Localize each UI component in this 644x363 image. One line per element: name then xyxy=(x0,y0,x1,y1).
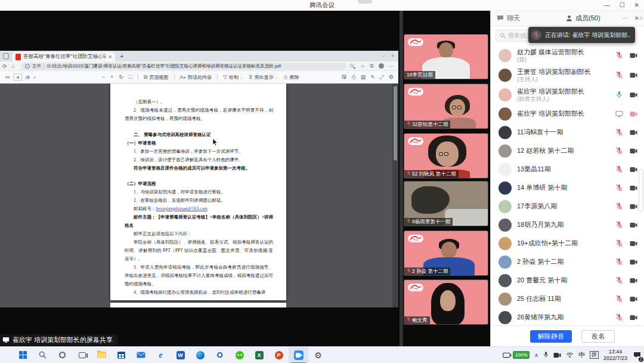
pdf-search-icon[interactable]: ⌕ xyxy=(33,74,36,81)
battery-indicator[interactable]: 100% xyxy=(503,351,530,359)
pdf-scroll-thumb[interactable] xyxy=(394,86,397,161)
member-row[interactable]: 12 赵若秋 第十二期 xyxy=(491,141,644,160)
taskbar-task-view-icon[interactable] xyxy=(72,347,92,363)
mic-muted-icon[interactable] xyxy=(615,184,623,192)
member-row[interactable]: 王箫笠 培训策划部副部长(主持人) xyxy=(491,65,644,85)
floating-bar-handle[interactable] xyxy=(358,0,372,4)
mic-muted-icon[interactable] xyxy=(615,276,623,284)
taskbar-store-icon[interactable] xyxy=(112,347,131,363)
email-link[interactable]: hexinjiangshituan@163.com xyxy=(156,206,208,211)
mic-muted-icon[interactable] xyxy=(615,202,623,210)
taskbar-word-icon[interactable]: W xyxy=(171,347,190,363)
ime-language[interactable]: 中 xyxy=(578,350,585,359)
video-tile[interactable]: 2 孙焱 第十二期 xyxy=(404,230,488,276)
taskbar-wechat-icon[interactable] xyxy=(230,347,249,363)
camera-icon[interactable] xyxy=(629,278,638,284)
tab-search-icon[interactable] xyxy=(3,53,9,59)
pdf-settings-icon[interactable]: ⚙ xyxy=(389,74,394,80)
tab-members[interactable]: 成员(50) xyxy=(560,11,606,26)
camera-icon[interactable] xyxy=(629,259,638,265)
taskbar-excel-icon[interactable]: X xyxy=(249,347,269,363)
camera-icon[interactable] xyxy=(629,53,638,59)
mic-muted-icon[interactable] xyxy=(615,165,623,173)
camera-icon[interactable] xyxy=(629,148,638,154)
mic-muted-icon[interactable] xyxy=(615,295,623,303)
member-row[interactable]: 26黄绪萍第九期 xyxy=(491,308,644,325)
taskbar-cortana-icon[interactable] xyxy=(52,347,72,363)
browser-tab[interactable]: 首都高校"青春红丝带"社团防艾核心讲… ✕ xyxy=(13,52,115,61)
save-icon[interactable]: 🖫 xyxy=(341,74,346,80)
draw-button[interactable]: ▽绘制⌄ xyxy=(223,74,243,81)
zoom-search-icon[interactable]: 🔍 xyxy=(349,63,356,69)
member-row[interactable]: 13栗晶11期 xyxy=(491,160,644,179)
home-icon[interactable]: ⌂ xyxy=(12,63,15,69)
camera-icon[interactable] xyxy=(629,315,638,321)
taskbar-file-explorer-icon[interactable] xyxy=(92,347,112,363)
highlight-button[interactable]: ⊻突出显示⌄ xyxy=(249,74,278,81)
taskbar-settings-icon[interactable]: ⚙ xyxy=(308,347,328,363)
print-icon[interactable]: ⎙ xyxy=(351,74,355,81)
member-row[interactable]: 17李源第八期 xyxy=(491,197,644,216)
camera-icon[interactable] xyxy=(629,92,638,98)
wifi-icon[interactable] xyxy=(566,350,574,361)
mic-muted-icon[interactable] xyxy=(615,221,623,229)
panel-close-button[interactable]: ✕ xyxy=(634,15,639,21)
pdf-viewport[interactable]: （见附表一）。2、现场考核未通过，需再次预约现场考核，若讲课水平明显不符，则需再… xyxy=(0,84,398,307)
edit-icon[interactable]: ✎ xyxy=(370,74,375,80)
erase-button[interactable]: ◇擦除 xyxy=(284,74,299,81)
browser-menu-icon[interactable]: ⋯ xyxy=(389,63,394,69)
camera-icon[interactable] xyxy=(629,167,638,173)
ime-mode[interactable]: 拼 xyxy=(590,351,599,359)
zoom-out-icon[interactable]: − xyxy=(102,74,105,80)
reload-icon[interactable]: ⟳ xyxy=(2,63,7,69)
save-as-icon[interactable]: ▤ xyxy=(361,74,366,80)
mic-muted-icon[interactable] xyxy=(615,239,623,247)
close-button[interactable]: ✕ xyxy=(634,0,639,11)
taskbar-tencent-meeting-icon[interactable] xyxy=(289,347,308,363)
member-row[interactable]: 20 曹馨元 第十期 xyxy=(491,271,644,290)
favorites-icon[interactable]: ☆ xyxy=(361,63,366,69)
fit-page-icon[interactable]: ⛶ xyxy=(129,74,132,81)
clock[interactable]: 13:44 2022/7/23 xyxy=(603,349,627,362)
browser-close-icon[interactable]: ✕ xyxy=(391,53,395,59)
mic-muted-icon[interactable] xyxy=(615,258,623,266)
member-row[interactable]: 崔欣宇 培训策划部部长 xyxy=(491,104,644,123)
rotate-icon[interactable]: ↻ xyxy=(119,74,123,80)
member-row[interactable]: 25 任志丽 11期 xyxy=(491,290,644,308)
maximize-button[interactable]: ☐ xyxy=(620,0,625,11)
taskbar-mail-icon[interactable] xyxy=(131,347,151,363)
member-row[interactable]: 19+成欣怡+第十二期 xyxy=(491,234,644,253)
taskbar-powerpoint-icon[interactable]: P xyxy=(269,347,289,363)
mic-muted-icon[interactable] xyxy=(615,71,623,79)
member-row[interactable]: 14 单博研 第十期 xyxy=(491,179,644,197)
address-field[interactable]: i 文件 | D:/比比/培训/2022/厦门建设/师资认证/首都高校"青春红丝… xyxy=(21,63,346,70)
tray-expand-icon[interactable]: ∧ xyxy=(534,352,538,358)
panel-more-button[interactable]: ··· xyxy=(623,15,628,21)
member-row[interactable]: 18胡乃月第九期 xyxy=(491,216,644,234)
video-tile[interactable]: 32苏怡第十二期 xyxy=(404,84,488,129)
screen-share-icon[interactable] xyxy=(615,110,623,118)
mic-muted-icon[interactable] xyxy=(615,128,623,136)
new-tab-button[interactable]: + xyxy=(120,53,123,60)
profile-avatar[interactable] xyxy=(379,63,384,69)
camera-icon[interactable] xyxy=(629,185,638,191)
tray-camera-icon[interactable] xyxy=(553,350,561,361)
video-tile[interactable]: 6杨雨童第十一期 xyxy=(404,181,488,226)
camera-icon[interactable] xyxy=(629,296,638,302)
browser-minimize-icon[interactable]: ⌵ xyxy=(381,53,385,59)
taskbar-start-icon[interactable] xyxy=(13,347,33,363)
mic-on-icon[interactable] xyxy=(615,91,623,99)
thumbnail-panel-icon[interactable]: ≔ xyxy=(5,74,10,80)
taskbar-search-icon[interactable] xyxy=(33,347,52,363)
notification-center-icon[interactable]: 2 xyxy=(633,350,641,361)
taskbar-ie-icon[interactable]: e xyxy=(151,347,171,363)
camera-icon[interactable] xyxy=(629,130,638,136)
read-aloud-button[interactable]: A⁎朗读此内容 xyxy=(180,74,212,81)
minimize-button[interactable]: — xyxy=(604,0,610,11)
expand-icon[interactable]: ⤢ xyxy=(380,74,384,81)
video-tile[interactable]: 鲍文秀 xyxy=(404,279,488,325)
pdf-scrollbar[interactable] xyxy=(392,84,398,307)
page-view-button[interactable]: ⧉页面视图 xyxy=(144,74,168,81)
taskbar-office-icon[interactable]: O xyxy=(210,347,230,363)
member-row[interactable]: 2 孙焱 第十二期 xyxy=(491,253,644,271)
